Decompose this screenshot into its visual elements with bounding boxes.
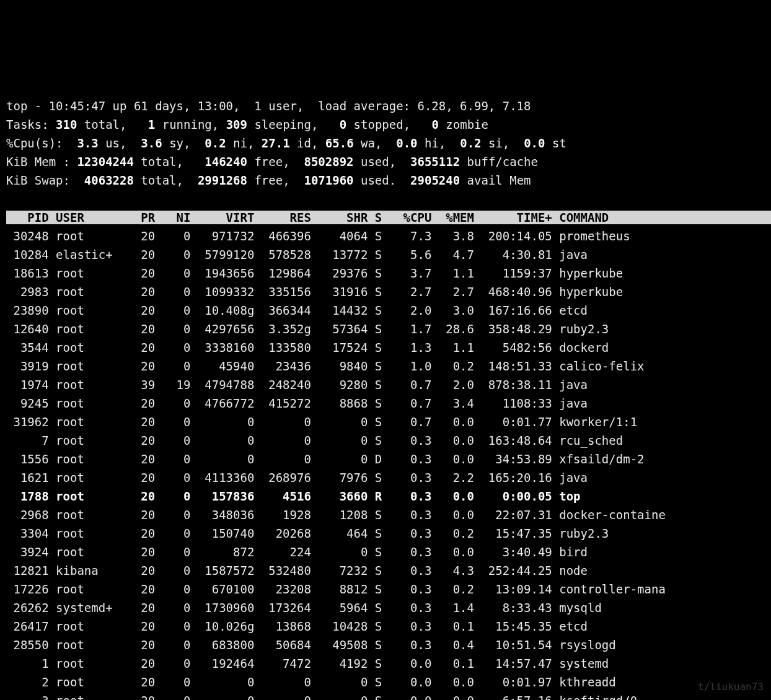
cpu-us: 3.3 — [77, 136, 98, 150]
process-row: 9245 root 20 0 4766772 415272 8868 S 0.7… — [6, 396, 701, 410]
process-row: 3304 root 20 0 150740 20268 464 S 0.3 0.… — [6, 527, 701, 540]
mem-used: 8502892 — [304, 155, 353, 168]
cpu-sy: 3.6 — [141, 136, 162, 150]
swap-label: KiB Swap: — [6, 173, 84, 187]
tasks-total: 310 — [56, 118, 77, 131]
process-row: 23890 root 20 0 10.408g 366344 14432 S 2… — [6, 304, 701, 317]
process-row: 1 root 20 0 192464 7472 4192 S 0.0 0.1 1… — [6, 657, 701, 670]
process-row: 31962 root 20 0 0 0 0 S 0.7 0.0 0:01.77 … — [6, 415, 701, 429]
process-row: 28550 root 20 0 683800 50684 49508 S 0.3… — [6, 638, 701, 652]
process-row: 2983 root 20 0 1099332 335156 31916 S 2.… — [6, 285, 701, 299]
process-row: 30248 root 20 0 971732 466396 4064 S 7.3… — [6, 229, 701, 243]
process-row: 2968 root 20 0 348036 1928 1208 S 0.3 0.… — [6, 508, 701, 522]
swap-avail: 2905240 — [410, 173, 460, 187]
process-row: 10284 elastic+ 20 0 5799120 578528 13772… — [6, 248, 701, 261]
process-row: 3 root 20 0 0 0 0 S 0.0 0.0 6:57.16 ksof… — [6, 694, 701, 700]
mem-free: 146240 — [205, 155, 247, 168]
swap-used: 1071960 — [304, 173, 353, 187]
process-row: 3924 root 20 0 872 224 0 S 0.3 0.0 3:40.… — [6, 545, 701, 559]
tasks-zombie: 0 — [431, 118, 438, 131]
tasks-label: Tasks: — [6, 118, 56, 131]
process-row: 12821 kibana 20 0 1587572 532480 7232 S … — [6, 564, 701, 577]
swap-total: 4063228 — [84, 173, 134, 187]
cpu-hi: 0.0 — [396, 136, 417, 150]
cpu-wa: 65.6 — [325, 136, 354, 150]
process-row: 7 root 20 0 0 0 0 S 0.3 0.0 163:48.64 rc… — [6, 434, 701, 447]
process-row: 2 root 20 0 0 0 0 S 0.0 0.0 0:01.97 kthr… — [6, 675, 701, 689]
process-row: 1974 root 39 19 4794788 248240 9280 S 0.… — [6, 378, 701, 392]
process-row: 18613 root 20 0 1943656 129864 29376 S 3… — [6, 266, 701, 280]
tasks-running: 1 — [148, 118, 155, 131]
process-row: 3919 root 20 0 45940 23436 9840 S 1.0 0.… — [6, 359, 701, 373]
process-row: 26417 root 20 0 10.026g 13868 10428 S 0.… — [6, 619, 701, 633]
swap-free: 2991268 — [198, 173, 247, 187]
cpu-ni: 0.2 — [205, 136, 226, 150]
mem-label: KiB Mem : — [6, 155, 77, 168]
process-row: 12640 root 20 0 4297656 3.352g 57364 S 1… — [6, 322, 701, 336]
process-row: 1556 root 20 0 0 0 0 D 0.3 0.0 34:53.89 … — [6, 452, 701, 466]
cpu-id: 27.1 — [262, 136, 290, 150]
process-row: 1788 root 20 0 157836 4516 3660 R 0.3 0.… — [6, 489, 701, 503]
process-row: 26262 systemd+ 20 0 1730960 173264 5964 … — [6, 601, 701, 615]
cpu-label: %Cpu(s): — [6, 136, 77, 150]
process-row: 17226 root 20 0 670100 23208 8812 S 0.3 … — [6, 582, 701, 596]
cpu-si: 0.2 — [460, 136, 481, 150]
mem-buffcache: 3655112 — [410, 155, 460, 168]
cpu-st: 0.0 — [524, 136, 545, 150]
mem-total: 12304244 — [77, 155, 134, 168]
summary-line-uptime: top - 10:45:47 up 61 days, 13:00, 1 user… — [6, 99, 531, 113]
tasks-sleeping: 309 — [226, 118, 247, 131]
terminal-output[interactable]: top - 10:45:47 up 61 days, 13:00, 1 user… — [0, 93, 771, 700]
tasks-stopped: 0 — [340, 118, 346, 131]
process-row: 1621 root 20 0 4113360 268976 7976 S 0.3… — [6, 471, 701, 484]
process-row: 3544 root 20 0 3338160 133580 17524 S 1.… — [6, 341, 701, 354]
column-header-row: PID USER PR NI VIRT RES SHR S %CPU %MEM … — [6, 211, 771, 224]
